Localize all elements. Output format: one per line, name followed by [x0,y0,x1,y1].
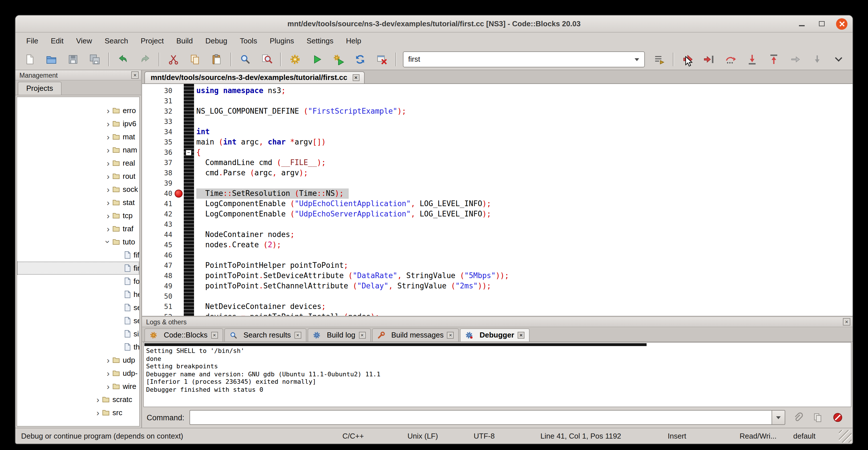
command-dropdown-button[interactable] [772,410,785,425]
tree-item-fir[interactable]: fir [17,262,139,275]
menu-item-file[interactable]: File [20,34,44,47]
minimize-button[interactable] [796,18,807,29]
menu-item-view[interactable]: View [70,34,98,47]
tree-item-mat[interactable]: mat [17,130,139,143]
log-tab-search-results[interactable]: Search results [224,328,306,341]
tree-item-fif[interactable]: fif [17,248,139,262]
editor-margin-strip[interactable] [184,84,194,316]
chevron-down-icon[interactable] [104,238,113,246]
log-tab-build-messages[interactable]: Build messages [372,328,459,341]
chevron-right-icon[interactable] [104,119,113,128]
chevron-right-icon[interactable] [104,382,113,391]
code-editor[interactable]: 3031323334353637383940414243444546474849… [142,84,852,316]
panel-close-icon[interactable] [131,71,139,79]
menu-item-edit[interactable]: Edit [44,34,70,47]
build-button[interactable] [285,51,306,68]
next-instruction-button[interactable] [785,51,806,68]
copy-button[interactable] [185,51,205,68]
tab-close-icon[interactable] [518,331,524,338]
step-into-instruction-button[interactable] [807,51,828,68]
tree-item-stat[interactable]: stat [17,196,139,209]
chevron-right-icon[interactable] [104,211,113,220]
cut-button[interactable] [163,51,183,68]
project-tree[interactable]: erroipv6matnamrealroutsockstattcptraftut… [17,96,140,427]
step-out-button[interactable] [764,51,784,68]
fold-marker[interactable] [185,150,192,156]
paste-button[interactable] [206,51,227,68]
find-in-files-button[interactable] [256,51,277,68]
tree-item-udp-[interactable]: udp- [17,367,139,380]
breakpoint-marker[interactable] [175,189,183,198]
search-options-button[interactable] [649,51,669,68]
toolbar-overflow-button[interactable] [828,51,848,68]
chevron-right-icon[interactable] [104,132,113,141]
step-into-button[interactable] [742,51,763,68]
tree-item-ipv6[interactable]: ipv6 [17,117,139,130]
tab-close-icon[interactable] [359,331,366,338]
menu-item-help[interactable]: Help [340,34,368,47]
tree-item-th[interactable]: th [17,340,139,354]
build-and-run-button[interactable] [329,51,349,68]
tree-item-sock[interactable]: sock [17,183,139,196]
chevron-right-icon[interactable] [104,159,113,167]
tab-close-icon[interactable] [352,74,359,81]
log-tab-build-log[interactable]: Build log [307,328,371,341]
tree-item-tuto[interactable]: tuto [17,235,139,248]
abort-button[interactable] [372,51,392,68]
search-input[interactable] [404,55,621,63]
find-button[interactable] [235,51,255,68]
tree-item-se[interactable]: se [17,301,139,314]
tree-item-erro[interactable]: erro [17,104,139,117]
tree-item-real[interactable]: real [17,156,139,170]
undo-button[interactable] [113,51,133,68]
menu-item-project[interactable]: Project [134,34,170,47]
tab-projects[interactable]: Projects [18,82,62,95]
tab-close-icon[interactable] [211,331,218,338]
redo-button[interactable] [135,51,155,68]
rebuild-button[interactable] [350,51,371,68]
resize-grip-icon[interactable] [839,430,851,443]
chevron-right-icon[interactable] [104,106,113,115]
tab-close-icon[interactable] [294,331,301,338]
tree-item-wire[interactable]: wire [17,380,139,393]
chevron-right-icon[interactable] [94,395,102,404]
attach-button[interactable] [790,410,805,425]
tree-item-six[interactable]: six [17,327,139,340]
menu-item-tools[interactable]: Tools [234,34,264,47]
tree-item-fo[interactable]: fo [17,275,139,288]
chevron-right-icon[interactable] [104,356,113,364]
chevron-right-icon[interactable] [94,408,102,417]
chevron-right-icon[interactable] [104,146,113,154]
tree-item-src[interactable]: src [17,406,139,419]
chevron-right-icon[interactable] [104,172,113,180]
tree-item-scratc[interactable]: scratc [17,393,139,406]
command-input[interactable] [189,410,772,425]
debugger-log[interactable]: Setting SHELL to '/bin/sh'doneSetting br… [143,342,851,407]
copy-log-button[interactable] [810,410,825,425]
new-file-button[interactable] [20,51,40,68]
chevron-down-icon[interactable] [634,58,639,61]
log-tab-debugger[interactable]: Debugger [460,328,530,341]
tree-item-se[interactable]: se [17,314,139,327]
chevron-right-icon[interactable] [104,198,113,207]
line-number-gutter[interactable]: 3031323334353637383940414243444546474849… [142,84,184,316]
run-button[interactable] [307,51,327,68]
menu-item-plugins[interactable]: Plugins [264,34,300,47]
menu-item-debug[interactable]: Debug [199,34,234,47]
next-line-button[interactable] [720,51,741,68]
close-button[interactable] [836,18,847,29]
log-tab-code-blocks[interactable]: Code::Blocks [144,328,223,341]
chevron-right-icon[interactable] [104,185,113,193]
incremental-search-combo[interactable] [403,51,645,67]
panel-close-icon[interactable] [843,318,850,326]
menu-item-build[interactable]: Build [170,34,199,47]
tree-item-he[interactable]: he [17,288,139,301]
tree-item-rout[interactable]: rout [17,170,139,183]
run-to-cursor-button[interactable] [699,51,719,68]
save-button[interactable] [63,51,83,68]
code-text-area[interactable]: using namespace ns3;NS_LOG_COMPONENT_DEF… [194,84,852,316]
save-all-button[interactable] [85,51,105,68]
editor-tab-first-cc[interactable]: mnt/dev/tools/source/ns-3-dev/examples/t… [144,71,364,83]
stop-debugger-button[interactable] [830,410,845,425]
tree-item-tcp[interactable]: tcp [17,209,139,222]
